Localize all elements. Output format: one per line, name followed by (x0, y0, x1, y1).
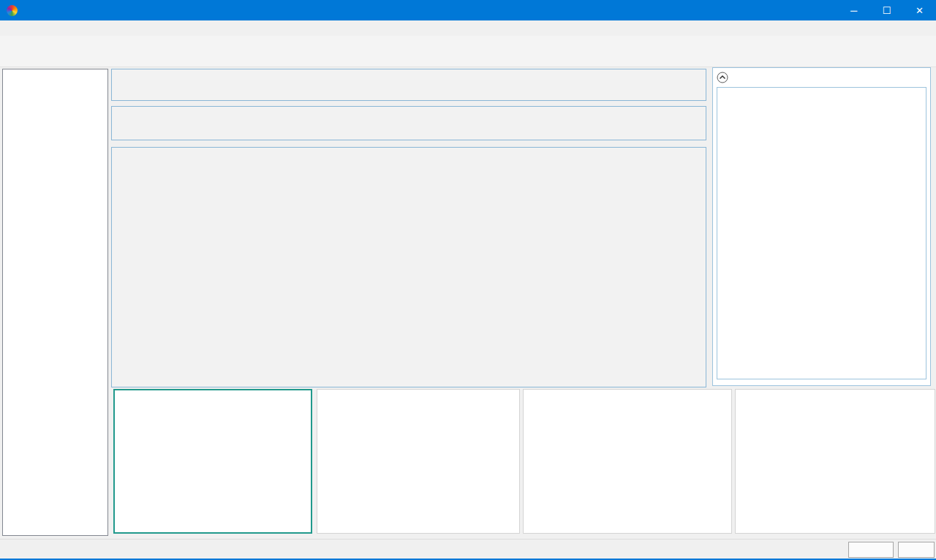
toolbar (0, 36, 936, 67)
collapse-icon[interactable] (717, 72, 728, 83)
cielab-box (717, 87, 926, 379)
scatter-chart-card[interactable] (113, 389, 312, 534)
color-difference-panel (712, 67, 931, 386)
auto-button[interactable] (848, 542, 894, 558)
minimize-button[interactable]: ─ (837, 0, 870, 20)
lab-gamut-chart-card[interactable] (735, 389, 935, 534)
spectral-chart-card[interactable] (523, 389, 732, 534)
empty-status-button[interactable] (898, 542, 935, 558)
deltae-line-chart-card[interactable] (317, 389, 520, 534)
menu-bar (0, 20, 936, 36)
tolerance-table (111, 69, 706, 101)
sample-table (111, 147, 706, 387)
sample-tree (2, 69, 108, 536)
title-bar: ─ ☐ ✕ (0, 0, 936, 20)
standard-table (111, 106, 706, 140)
app-logo-icon (7, 5, 18, 16)
maximize-button[interactable]: ☐ (870, 0, 903, 20)
close-button[interactable]: ✕ (903, 0, 936, 20)
status-bar (0, 539, 936, 560)
